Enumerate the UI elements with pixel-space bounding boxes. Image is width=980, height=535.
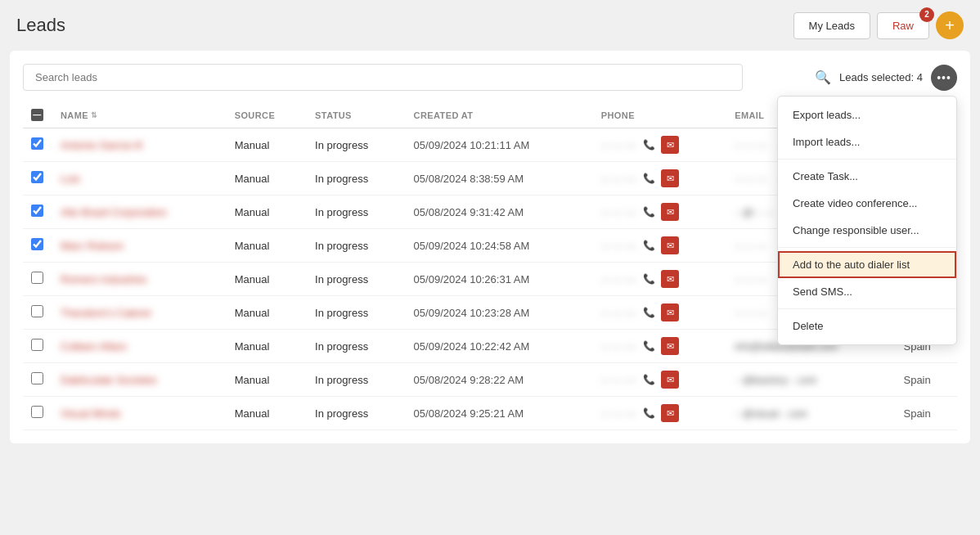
phone-icons: ··· ··· ···· 📞 ✉ (601, 270, 718, 288)
call-icon[interactable]: 📞 (640, 371, 658, 389)
row-checkbox-cell (23, 196, 52, 229)
dropdown-item-export[interactable]: Export leads... (778, 101, 956, 128)
row-checkbox[interactable] (31, 171, 43, 183)
sms-icon[interactable]: ✉ (661, 236, 679, 254)
sms-icon[interactable]: ✉ (661, 136, 679, 154)
phone-number: ··· ··· ···· (601, 206, 636, 218)
search-input-wrapper (23, 64, 743, 91)
phone-icons: ··· ··· ···· 📞 ✉ (601, 203, 718, 221)
call-icon[interactable]: 📞 (640, 136, 658, 154)
search-bar: 🔍 Leads selected: 4 ••• Export leads... … (23, 64, 957, 91)
row-source: Manual (227, 296, 307, 330)
row-email: ···@visual···.com (726, 397, 895, 430)
row-created-at: 05/08/2024 9:28:22 AM (406, 363, 593, 397)
sms-icon[interactable]: ✉ (661, 203, 679, 221)
th-phone[interactable]: PHONE (593, 102, 726, 128)
row-created-at: 05/09/2024 10:22:42 AM (406, 330, 593, 363)
row-checkbox[interactable] (31, 238, 43, 250)
row-name: Visual Minds (52, 397, 227, 430)
dropdown-item-import[interactable]: Import leads... (778, 128, 956, 155)
row-created-at: 05/09/2024 10:23:28 AM (406, 296, 593, 330)
row-email: ···@leactory···.com (726, 363, 895, 397)
sms-icon[interactable]: ✉ (661, 303, 679, 321)
row-created-at: 05/08/2024 9:31:42 AM (406, 196, 593, 229)
call-icon[interactable]: 📞 (640, 303, 658, 321)
row-name: Colleen Alfaro (52, 330, 227, 363)
phone-icons: ··· ··· ···· 📞 ✉ (601, 169, 718, 187)
my-leads-button[interactable]: My Leads (793, 12, 870, 39)
row-source: Manual (227, 363, 307, 397)
sms-icon[interactable]: ✉ (661, 371, 679, 389)
row-phone: ··· ··· ···· 📞 ✉ (593, 196, 726, 229)
row-phone: ··· ··· ···· 📞 ✉ (593, 330, 726, 363)
raw-badge: 2 (919, 7, 934, 22)
call-icon[interactable]: 📞 (640, 203, 658, 221)
leads-selected-label: Leads selected: 4 (839, 71, 923, 83)
phone-icons: ··· ··· ···· 📞 ✉ (601, 136, 718, 154)
call-icon[interactable]: 📞 (640, 404, 658, 422)
phone-icons: ··· ··· ···· 📞 ✉ (601, 303, 718, 321)
call-icon[interactable]: 📞 (640, 169, 658, 187)
dropdown-divider-2 (778, 247, 956, 248)
sms-icon[interactable]: ✉ (661, 337, 679, 355)
row-checkbox[interactable] (31, 272, 43, 284)
th-status[interactable]: STATUS (307, 102, 406, 128)
row-name: Antonio Garcia III (52, 128, 227, 162)
dropdown-item-create-video[interactable]: Create video conference... (778, 190, 956, 217)
th-created-at[interactable]: CREATED AT (406, 102, 593, 128)
row-checkbox-cell (23, 296, 52, 330)
row-name: Alto Brasil Corporation (52, 196, 227, 229)
row-checkbox[interactable] (31, 305, 43, 317)
th-name[interactable]: NAME ⇅ (52, 102, 227, 128)
row-created-at: 05/09/2024 10:24:58 AM (406, 229, 593, 263)
phone-number: ··· ··· ···· (601, 374, 636, 386)
row-checkbox-cell (23, 229, 52, 263)
dropdown-menu: Export leads... Import leads... Create T… (777, 96, 957, 345)
row-status: In progress (307, 363, 406, 397)
dropdown-divider-3 (778, 308, 956, 309)
call-icon[interactable]: 📞 (640, 270, 658, 288)
th-select-all[interactable] (23, 102, 52, 128)
row-checkbox[interactable] (31, 339, 43, 351)
more-options-button[interactable]: ••• (931, 65, 957, 91)
row-checkbox[interactable] (31, 372, 43, 384)
row-source: Manual (227, 196, 307, 229)
dropdown-item-change-user[interactable]: Change responsible user... (778, 217, 956, 244)
dropdown-item-auto-dialer[interactable]: Add to the auto dialer list (778, 251, 956, 278)
dropdown-item-delete[interactable]: Delete (778, 312, 956, 339)
row-source: Manual (227, 162, 307, 196)
row-source: Manual (227, 397, 307, 430)
call-icon[interactable]: 📞 (640, 337, 658, 355)
phone-number: ··· ··· ···· (601, 407, 636, 420)
row-status: In progress (307, 397, 406, 430)
row-status: In progress (307, 162, 406, 196)
sms-icon[interactable]: ✉ (661, 270, 679, 288)
row-phone: ··· ··· ···· 📞 ✉ (593, 397, 726, 430)
deselect-all-button[interactable] (31, 109, 43, 121)
page-title: Leads (16, 15, 65, 36)
row-status: In progress (307, 196, 406, 229)
row-phone: ··· ··· ···· 📞 ✉ (593, 263, 726, 296)
row-status: In progress (307, 128, 406, 162)
row-source: Manual (227, 128, 307, 162)
row-checkbox[interactable] (31, 205, 43, 217)
row-checkbox-cell (23, 162, 52, 196)
row-checkbox[interactable] (31, 406, 43, 418)
sms-icon[interactable]: ✉ (661, 169, 679, 187)
dropdown-item-create-task[interactable]: Create Task... (778, 163, 956, 190)
call-icon[interactable]: 📞 (640, 236, 658, 254)
dropdown-item-send-sms[interactable]: Send SMS... (778, 278, 956, 305)
row-checkbox-cell (23, 330, 52, 363)
add-lead-button[interactable]: + (936, 11, 964, 39)
row-checkbox[interactable] (31, 137, 43, 150)
row-phone: ··· ··· ···· 📞 ✉ (593, 229, 726, 263)
search-input[interactable] (23, 64, 743, 91)
row-created-at: 05/08/2024 8:38:59 AM (406, 162, 593, 196)
row-checkbox-cell (23, 397, 52, 430)
header-actions: My Leads Raw 2 + (793, 11, 964, 39)
th-source[interactable]: SOURCE (227, 102, 307, 128)
search-icon-button[interactable]: 🔍 (815, 70, 831, 85)
phone-icons: ··· ··· ···· 📞 ✉ (601, 337, 718, 355)
row-source: Manual (227, 330, 307, 363)
sms-icon[interactable]: ✉ (661, 404, 679, 422)
